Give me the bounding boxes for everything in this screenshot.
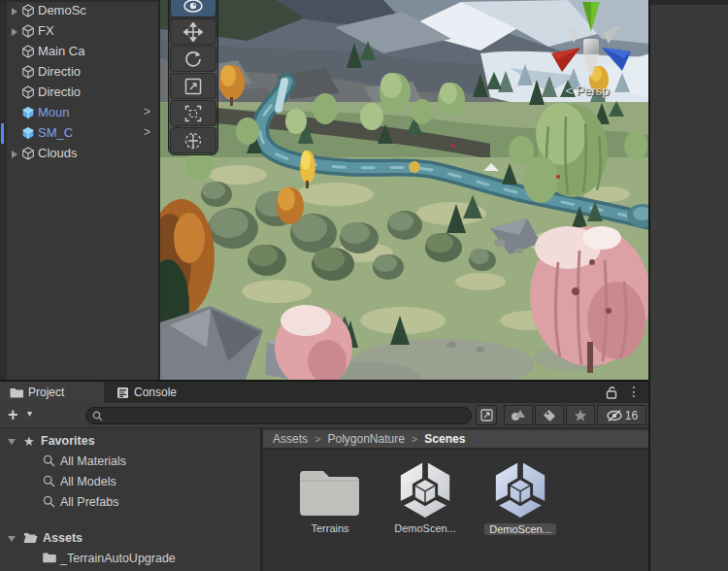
tab-console[interactable]: Console <box>107 382 214 403</box>
unity-scene-icon <box>489 459 551 520</box>
open-prefab-arrow[interactable]: > <box>144 125 150 139</box>
hierarchy-item-prefab-moun[interactable]: Moun > <box>0 103 158 123</box>
search-by-type-button[interactable] <box>504 405 533 425</box>
search-input[interactable] <box>108 409 469 424</box>
scale-tool-button[interactable] <box>170 73 216 99</box>
transform-icon <box>183 131 203 151</box>
hierarchy-item-directional-1[interactable]: Directio <box>0 62 158 83</box>
breadcrumb-separator: > <box>412 433 417 445</box>
hierarchy-item-fx[interactable]: FX <box>0 21 158 42</box>
project-search-box[interactable] <box>85 407 472 424</box>
favorites-all-models[interactable]: All Models <box>0 472 260 492</box>
rotate-tool-button[interactable] <box>170 46 216 72</box>
search-icon <box>43 454 55 467</box>
tab-label: Console <box>134 386 177 399</box>
gizmo-y-axis-cone <box>582 2 600 31</box>
hierarchy-item-label: Directio <box>38 64 81 79</box>
folder-icon <box>10 386 23 398</box>
expand-arrow-icon[interactable] <box>12 28 17 36</box>
hierarchy-item-label: DemoSc <box>38 3 86 17</box>
gameobject-cube-icon <box>21 65 35 79</box>
favorites-all-prefabs[interactable]: All Prefabs <box>0 492 260 513</box>
right-panel-top-edge <box>650 0 728 5</box>
asset-label-selected: DemoScen... <box>484 523 556 535</box>
persp-chevron: < <box>565 84 573 98</box>
gameobject-cube-icon <box>21 147 35 160</box>
favorites-all-materials[interactable]: All Materials <box>0 452 260 472</box>
expand-arrow-icon[interactable] <box>12 8 17 16</box>
project-content: ★ Favorites All Materials All Models All… <box>0 428 648 571</box>
right-side-panel <box>648 0 728 571</box>
breadcrumb: Assets > PolygonNature > Scenes <box>263 430 648 450</box>
rotate-icon <box>183 50 203 69</box>
eye-icon <box>182 0 204 13</box>
breadcrumb-separator: > <box>314 433 320 445</box>
create-asset-button[interactable]: + <box>8 404 18 425</box>
assets-root-header[interactable]: Assets <box>0 528 260 549</box>
project-tree-pane: ★ Favorites All Materials All Models All… <box>0 428 260 571</box>
breadcrumb-scenes[interactable]: Scenes <box>424 432 465 446</box>
panel-tab-bar: Project Console ⋮ <box>0 382 648 403</box>
gizmo-center-cube <box>583 39 599 54</box>
save-search-button[interactable] <box>566 405 595 425</box>
tab-project[interactable]: Project <box>0 382 104 403</box>
move-tool-button[interactable] <box>170 18 216 45</box>
star-icon <box>574 409 587 422</box>
hierarchy-item-label: Directio <box>38 84 81 99</box>
breadcrumb-assets[interactable]: Assets <box>273 432 308 446</box>
selection-indicator-bar <box>1 123 4 144</box>
favorites-header[interactable]: ★ Favorites <box>0 431 260 452</box>
search-icon <box>92 411 103 421</box>
open-new-window-icon <box>480 409 493 421</box>
open-prefab-arrow[interactable]: > <box>144 105 150 118</box>
folder-large-icon <box>299 459 361 520</box>
open-in-window-button[interactable] <box>476 405 497 425</box>
hidden-count-value: 16 <box>625 409 638 422</box>
view-tool-button[interactable] <box>170 0 216 17</box>
rect-tool-button[interactable] <box>170 100 216 126</box>
collapse-arrow-icon[interactable] <box>8 439 16 445</box>
hierarchy-panel: DemoSc FX Main Ca Directio Directio Moun… <box>0 0 158 382</box>
gameobject-cube-icon <box>21 85 35 99</box>
gameobject-cube-icon <box>21 4 35 17</box>
console-icon <box>116 386 129 399</box>
search-icon <box>43 495 55 508</box>
gameobject-cube-icon <box>21 24 35 38</box>
hierarchy-item-prefab-smc[interactable]: SM_C > <box>0 123 158 144</box>
hierarchy-item-clouds[interactable]: Clouds <box>0 144 158 164</box>
gizmo-z-axis-cone <box>602 48 631 71</box>
lock-icon[interactable] <box>605 386 618 399</box>
create-caret-icon[interactable]: ▾ <box>27 408 32 419</box>
hidden-count-toggle[interactable]: 16 <box>597 405 646 425</box>
search-by-label-button[interactable] <box>535 405 564 425</box>
persp-text: Persp <box>577 84 610 98</box>
breadcrumb-polygonnature[interactable]: PolygonNature <box>327 432 404 446</box>
hierarchy-item-directional-2[interactable]: Directio <box>0 83 158 103</box>
assets-terrainautoupgrade[interactable]: _TerrainAutoUpgrade <box>0 549 260 569</box>
search-icon <box>43 475 55 487</box>
gizmo-perspective-label[interactable]: < Persp <box>539 84 636 98</box>
asset-label: DemoScen... <box>381 522 469 534</box>
unity-editor-window: DemoSc FX Main Ca Directio Directio Moun… <box>0 0 728 571</box>
gameobject-cube-icon <box>21 45 35 58</box>
move-icon <box>183 22 203 42</box>
hierarchy-item-label: Moun <box>38 105 70 119</box>
gizmo-x-axis-cone <box>551 48 580 72</box>
asset-demoscene-1[interactable]: DemoScen... <box>381 452 469 534</box>
asset-grid-pane: Assets > PolygonNature > Scenes Terrains <box>263 428 648 571</box>
collapse-arrow-icon[interactable] <box>8 536 16 542</box>
asset-demoscene-2-selected[interactable]: DemoScen... <box>477 452 564 537</box>
prefab-cube-icon <box>21 126 35 140</box>
tab-label: Project <box>28 386 64 399</box>
panel-menu-icon[interactable]: ⋮ <box>627 384 641 399</box>
asset-terrains-folder[interactable]: Terrains <box>286 452 374 534</box>
orientation-gizmo[interactable] <box>541 0 647 80</box>
transform-tool-button[interactable] <box>170 127 216 153</box>
hierarchy-item-label: SM_C <box>38 125 73 140</box>
hierarchy-item-demoscene[interactable]: DemoSc <box>0 1 158 21</box>
expand-arrow-icon[interactable] <box>12 151 17 158</box>
project-toolbar: + ▾ 16 <box>0 403 648 428</box>
prefab-cube-icon <box>21 106 35 119</box>
scene-view[interactable]: < Persp <box>158 0 650 380</box>
hierarchy-item-maincamera[interactable]: Main Ca <box>0 42 158 62</box>
